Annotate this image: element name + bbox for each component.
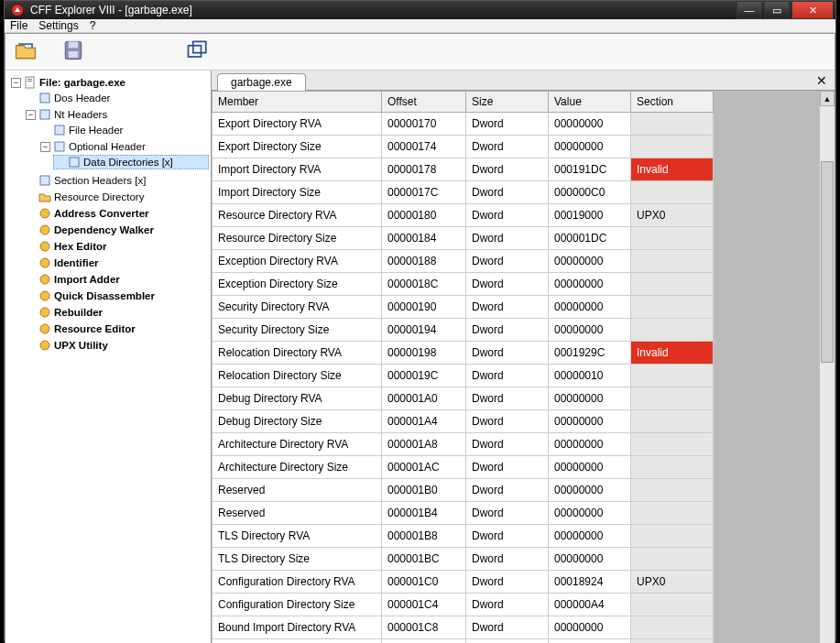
cell-offset[interactable]: 00000178 bbox=[382, 158, 466, 181]
cell-member[interactable]: Import Directory Size bbox=[213, 181, 382, 204]
cell-offset[interactable]: 00000184 bbox=[382, 227, 466, 250]
cell-size[interactable]: Dword bbox=[466, 319, 549, 342]
tab-active[interactable]: garbage.exe bbox=[217, 73, 306, 91]
col-value[interactable]: Value bbox=[549, 92, 631, 113]
cell-member[interactable]: Security Directory Size bbox=[213, 319, 382, 342]
scroll-track[interactable] bbox=[820, 106, 835, 643]
cell-size[interactable]: Dword bbox=[466, 639, 549, 644]
cell-member[interactable]: Bound Import Directory Size bbox=[213, 639, 382, 644]
tree-item-dependency-walker[interactable]: Dependency Walker bbox=[24, 223, 209, 237]
cell-section[interactable]: UPX0 bbox=[631, 571, 714, 594]
cell-value[interactable]: 00000000 bbox=[549, 136, 631, 158]
cell-member[interactable]: Architecture Directory Size bbox=[213, 456, 382, 479]
cell-member[interactable]: Relocation Directory RVA bbox=[213, 342, 382, 365]
table-row[interactable]: Resource Directory Size00000184Dword0000… bbox=[213, 227, 714, 250]
tree-item-dos-header[interactable]: Dos Header bbox=[24, 91, 209, 105]
cell-section[interactable] bbox=[631, 365, 714, 387]
cell-section[interactable] bbox=[631, 250, 714, 273]
table-row[interactable]: Export Directory Size00000174Dword000000… bbox=[213, 136, 714, 158]
cell-member[interactable]: Debug Directory RVA bbox=[213, 387, 382, 410]
tree-item-rebuilder[interactable]: Rebuilder bbox=[24, 305, 209, 320]
table-row[interactable]: Relocation Directory Size0000019CDword00… bbox=[213, 365, 714, 387]
table-row[interactable]: Reserved000001B0Dword00000000 bbox=[213, 479, 714, 502]
cell-section[interactable] bbox=[631, 227, 714, 250]
cell-size[interactable]: Dword bbox=[466, 479, 549, 502]
cell-section[interactable] bbox=[631, 616, 714, 639]
cell-section[interactable] bbox=[631, 296, 714, 319]
cell-offset[interactable]: 000001C4 bbox=[382, 594, 466, 616]
cell-size[interactable]: Dword bbox=[466, 227, 549, 250]
table-row[interactable]: Configuration Directory RVA000001C0Dword… bbox=[213, 571, 714, 594]
cell-section[interactable] bbox=[631, 387, 714, 410]
cell-size[interactable]: Dword bbox=[466, 433, 549, 456]
cell-offset[interactable]: 000001A8 bbox=[382, 433, 466, 456]
tree-item-file-header[interactable]: File Header bbox=[38, 123, 209, 137]
col-member[interactable]: Member bbox=[213, 92, 382, 113]
cell-size[interactable]: Dword bbox=[466, 525, 549, 548]
cell-value[interactable]: 00000000 bbox=[549, 456, 631, 479]
cell-size[interactable]: Dword bbox=[466, 250, 549, 273]
open-icon[interactable] bbox=[13, 38, 38, 66]
cell-value[interactable]: 000000C0 bbox=[549, 181, 631, 204]
cell-section[interactable] bbox=[631, 502, 714, 525]
tree-item-data-directories[interactable]: Data Directories [x] bbox=[53, 155, 209, 169]
scroll-up-button[interactable]: ▲ bbox=[820, 91, 835, 106]
collapse-icon[interactable]: − bbox=[26, 110, 36, 120]
cell-offset[interactable]: 00000170 bbox=[382, 113, 466, 136]
cell-value[interactable]: 000191DC bbox=[549, 158, 631, 181]
tree-item-hex-editor[interactable]: Hex Editor bbox=[24, 239, 209, 254]
cell-member[interactable]: Export Directory RVA bbox=[213, 113, 382, 136]
cell-member[interactable]: Bound Import Directory RVA bbox=[213, 616, 382, 639]
cell-offset[interactable]: 000001B0 bbox=[382, 479, 466, 502]
close-button[interactable]: ✕ bbox=[791, 1, 834, 19]
cell-value[interactable]: 00000000 bbox=[549, 319, 631, 342]
collapse-icon[interactable]: − bbox=[11, 78, 21, 88]
table-row[interactable]: Exception Directory Size0000018CDword000… bbox=[213, 273, 714, 296]
table-row[interactable]: TLS Directory Size000001BCDword00000000 bbox=[213, 548, 714, 571]
cell-value[interactable]: 000000A4 bbox=[549, 594, 631, 616]
tree-item-import-adder[interactable]: Import Adder bbox=[24, 272, 209, 287]
tree-item-section-headers[interactable]: Section Headers [x] bbox=[24, 173, 209, 188]
tree-item-resource-directory[interactable]: Resource Directory bbox=[24, 190, 209, 204]
save-icon[interactable] bbox=[60, 38, 86, 66]
cell-member[interactable]: Export Directory Size bbox=[213, 136, 382, 158]
cell-offset[interactable]: 000001A0 bbox=[382, 387, 466, 410]
table-row[interactable]: Relocation Directory RVA00000198Dword000… bbox=[213, 342, 714, 365]
cell-offset[interactable]: 000001A4 bbox=[382, 410, 466, 433]
cell-size[interactable]: Dword bbox=[466, 387, 549, 410]
cell-size[interactable]: Dword bbox=[466, 136, 549, 158]
minimize-button[interactable]: — bbox=[736, 1, 762, 19]
table-row[interactable]: Configuration Directory Size000001C4Dwor… bbox=[213, 594, 714, 616]
cell-value[interactable]: 00019000 bbox=[549, 204, 631, 227]
cell-value[interactable]: 00000000 bbox=[549, 410, 631, 433]
cell-offset[interactable]: 000001B4 bbox=[382, 502, 466, 525]
cell-member[interactable]: Relocation Directory Size bbox=[213, 365, 382, 387]
tree-item-identifier[interactable]: Identifier bbox=[24, 256, 209, 270]
table-row[interactable]: Export Directory RVA00000170Dword0000000… bbox=[213, 113, 714, 136]
cell-member[interactable]: TLS Directory Size bbox=[213, 548, 382, 571]
cell-member[interactable]: Configuration Directory Size bbox=[213, 594, 382, 616]
cell-section[interactable] bbox=[631, 319, 714, 342]
table-row[interactable]: Reserved000001B4Dword00000000 bbox=[213, 502, 714, 525]
tree-item-nt-headers[interactable]: −Nt Headers bbox=[24, 107, 209, 122]
cell-section[interactable] bbox=[631, 273, 714, 296]
cell-offset[interactable]: 00000180 bbox=[382, 204, 466, 227]
table-row[interactable]: Security Directory RVA00000190Dword00000… bbox=[213, 296, 714, 319]
cell-value[interactable]: 00000000 bbox=[549, 113, 631, 136]
table-row[interactable]: TLS Directory RVA000001B8Dword00000000 bbox=[213, 525, 714, 548]
cell-section[interactable] bbox=[631, 548, 714, 571]
cell-value[interactable]: 00000000 bbox=[549, 502, 631, 525]
collapse-icon[interactable]: − bbox=[40, 142, 50, 152]
cell-size[interactable]: Dword bbox=[466, 548, 549, 571]
cell-member[interactable]: Architecture Directory RVA bbox=[213, 433, 382, 456]
cell-value[interactable]: 00000000 bbox=[549, 639, 631, 644]
cell-size[interactable]: Dword bbox=[466, 571, 549, 594]
table-row[interactable]: Debug Directory RVA000001A0Dword00000000 bbox=[213, 387, 714, 410]
tree-item-quick-disassembler[interactable]: Quick Disassembler bbox=[24, 289, 209, 303]
cell-offset[interactable]: 00000188 bbox=[382, 250, 466, 273]
cell-member[interactable]: Reserved bbox=[213, 479, 382, 502]
cell-section[interactable] bbox=[631, 479, 714, 502]
table-row[interactable]: Debug Directory Size000001A4Dword0000000… bbox=[213, 410, 714, 433]
cell-size[interactable]: Dword bbox=[466, 181, 549, 204]
cell-member[interactable]: Configuration Directory RVA bbox=[213, 571, 382, 594]
